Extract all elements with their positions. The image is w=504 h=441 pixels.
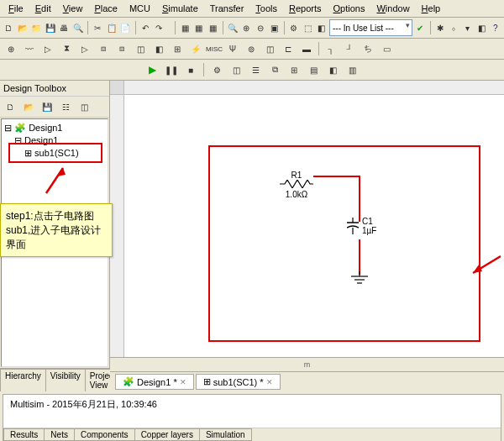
resistor-r1[interactable]: R1 1.0kΩ	[280, 171, 313, 199]
comp-ttl-icon[interactable]: ⧈	[95, 40, 112, 57]
tool-a-icon[interactable]: ⚙	[287, 19, 300, 36]
copy-icon[interactable]: 📋	[106, 19, 118, 36]
tab-nets[interactable]: Nets	[44, 428, 75, 441]
output-log[interactable]: Multisim - 2015年6月21日, 10:39:46	[3, 395, 501, 428]
comp-source-icon[interactable]: 〰	[21, 40, 38, 57]
wire-3[interactable]	[359, 239, 360, 275]
tab-results[interactable]: Results	[3, 428, 45, 441]
place-hier-icon[interactable]: ち	[360, 40, 376, 57]
wire-2[interactable]	[359, 176, 360, 222]
tool-d-icon[interactable]: ✱	[433, 19, 446, 36]
menu-edit[interactable]: Edit	[30, 2, 56, 15]
check-icon[interactable]: ✔	[414, 19, 427, 36]
menu-file[interactable]: FFileile	[3, 2, 29, 15]
menu-view[interactable]: View	[58, 2, 88, 15]
pause-icon[interactable]: ❚❚	[163, 61, 180, 78]
menu-transfer[interactable]: Transfer	[205, 2, 249, 15]
menu-help[interactable]: Help	[417, 2, 446, 15]
design-tree[interactable]: ⊟ 🧩 Design1 ⊟ Design1 ⊞ sub1(SC1) step1:…	[1, 118, 108, 367]
zoom3-icon[interactable]: ⊖	[255, 19, 267, 36]
sim-tool4-icon[interactable]: ⊞	[286, 61, 302, 78]
zoom4-icon[interactable]: ▣	[268, 19, 281, 36]
menu-options[interactable]: Options	[328, 2, 370, 15]
menu-reports[interactable]: Reports	[284, 2, 327, 15]
sim-tool7-icon[interactable]: ▥	[344, 61, 360, 78]
zoom1-icon[interactable]: 🔍	[226, 19, 239, 36]
open2-icon[interactable]: 📁	[30, 19, 43, 36]
tree-sub1[interactable]: ⊞ sub1(SC1)	[4, 147, 105, 160]
dt-new-icon[interactable]: 🗋	[2, 98, 18, 115]
grid3-icon[interactable]: ▦	[207, 19, 219, 36]
save-icon[interactable]: 💾	[45, 19, 57, 36]
comp-misc2-icon[interactable]: MISC	[206, 40, 223, 57]
comp-analog-icon[interactable]: ▷	[76, 40, 93, 57]
cut-icon[interactable]: ✂	[92, 19, 104, 36]
help-icon[interactable]: ?	[489, 19, 501, 36]
scrollbar-horizontal[interactable]: m	[110, 357, 504, 371]
print-icon[interactable]: 🖶	[58, 19, 71, 36]
tool-f-icon[interactable]: ▾	[461, 19, 474, 36]
dt-tool1-icon[interactable]: ☷	[57, 98, 74, 115]
ground-symbol[interactable]	[349, 271, 370, 288]
tool-e-icon[interactable]: ⬨	[448, 19, 460, 36]
open-file-icon[interactable]: 📂	[17, 19, 29, 36]
tool-g-icon[interactable]: ◧	[475, 19, 488, 36]
zoom2-icon[interactable]: ⊕	[240, 19, 253, 36]
comp-mixed-icon[interactable]: ◧	[150, 40, 167, 57]
sim-tool3-icon[interactable]: ⧉	[266, 61, 283, 78]
comp-cmos-icon[interactable]: ⧈	[113, 40, 130, 57]
place-bus-icon[interactable]: ┐	[323, 40, 339, 57]
tree-design1[interactable]: ⊟ Design1	[4, 134, 105, 147]
tab-hierarchy[interactable]: Hierarchy	[0, 369, 46, 391]
sim-tool6-icon[interactable]: ◧	[324, 61, 341, 78]
tab-visibility[interactable]: Visibility	[45, 369, 86, 391]
grid2-icon[interactable]: ▦	[193, 19, 206, 36]
menu-simulate[interactable]: Simulate	[157, 2, 203, 15]
comp-trans-icon[interactable]: ⧗	[58, 40, 75, 57]
tab-simulation[interactable]: Simulation	[199, 428, 252, 441]
menu-place[interactable]: Place	[89, 2, 123, 15]
comp-misc-icon[interactable]: ◫	[132, 40, 149, 57]
comp-power-icon[interactable]: ⚡	[187, 40, 204, 57]
run-icon[interactable]: ▶	[144, 61, 160, 78]
menu-mcu[interactable]: MCU	[124, 2, 155, 15]
menu-tools[interactable]: Tools	[250, 2, 282, 15]
tree-root[interactable]: ⊟ 🧩 Design1	[4, 122, 105, 134]
place-junc-icon[interactable]: ┘	[341, 40, 358, 57]
tab-design1[interactable]: 🧩 Design1 * ✕	[115, 374, 194, 390]
dt-tool2-icon[interactable]: ◫	[76, 98, 92, 115]
place-text-icon[interactable]: ▭	[378, 40, 395, 57]
close-tab-icon[interactable]: ✕	[266, 378, 273, 386]
tab-copper-layers[interactable]: Copper layers	[134, 428, 200, 441]
comp-diode-icon[interactable]: ▷	[39, 40, 56, 57]
redo-icon[interactable]: ↷	[153, 19, 165, 36]
grid1-icon[interactable]: ▦	[179, 19, 192, 36]
tab-sub1[interactable]: ⊞ sub1(SC1) * ✕	[196, 374, 281, 390]
wire-1[interactable]	[313, 176, 360, 177]
dt-open-icon[interactable]: 📂	[20, 98, 37, 115]
menu-window[interactable]: Window	[371, 2, 414, 15]
sim-tool5-icon[interactable]: ▤	[305, 61, 322, 78]
undo-icon[interactable]: ↶	[139, 19, 151, 36]
sim-tool2-icon[interactable]: ☰	[247, 61, 264, 78]
comp-ni-icon[interactable]: ◫	[261, 40, 278, 57]
tool-b-icon[interactable]: ⬚	[302, 19, 314, 36]
stop-icon[interactable]: ■	[182, 61, 199, 78]
interactive-icon[interactable]: ⚙	[208, 61, 225, 78]
comp-mcu-icon[interactable]: ▬	[298, 40, 315, 57]
comp-rf-icon[interactable]: Ψ	[224, 40, 241, 57]
new-file-icon[interactable]: 🗋	[3, 19, 15, 36]
dt-save-icon[interactable]: 💾	[39, 98, 55, 115]
preview-icon[interactable]: 🔍	[72, 19, 85, 36]
comp-conn-icon[interactable]: ⊏	[280, 40, 297, 57]
paste-icon[interactable]: 📄	[119, 19, 132, 36]
schematic-canvas[interactable]: R1 1.0kΩ C1 1µF	[124, 95, 504, 357]
tool-c-icon[interactable]: ◧	[315, 19, 328, 36]
sim-tool1-icon[interactable]: ◫	[228, 61, 244, 78]
comp-ind-icon[interactable]: ⊞	[169, 40, 186, 57]
comp-em-icon[interactable]: ⊚	[243, 40, 260, 57]
tab-components[interactable]: Components	[74, 428, 135, 441]
close-tab-icon[interactable]: ✕	[180, 378, 186, 386]
capacitor-c1[interactable]: C1 1µF	[347, 217, 376, 235]
in-use-list-combo[interactable]: --- In Use List ---	[329, 19, 412, 36]
